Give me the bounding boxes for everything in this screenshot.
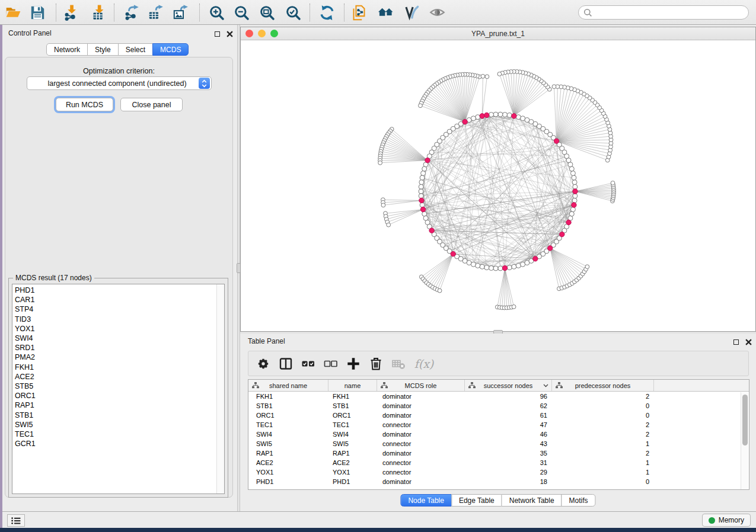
tab-node-table[interactable]: Node Table bbox=[400, 494, 452, 507]
dropdown-stepper-icon bbox=[199, 78, 210, 89]
zoom-out-icon[interactable] bbox=[231, 2, 251, 23]
select-all-icon[interactable] bbox=[301, 356, 316, 371]
cell-name: SWI5 bbox=[328, 439, 377, 448]
cell-predecessor-nodes: 1 bbox=[552, 467, 654, 477]
import-table-icon[interactable] bbox=[88, 2, 109, 23]
cell-shared-name: ACE2 bbox=[248, 458, 328, 467]
zoom-in-icon[interactable] bbox=[206, 2, 227, 23]
mcds-result-item[interactable]: PMA2 bbox=[15, 352, 224, 362]
table-row[interactable]: RAP1RAP1dominator352 bbox=[248, 448, 749, 458]
status-bar: Memory bbox=[2, 511, 756, 528]
mcds-result-item[interactable]: TEC1 bbox=[15, 430, 224, 439]
cell-shared-name: TEC1 bbox=[248, 420, 328, 430]
table-scrollbar[interactable] bbox=[741, 392, 748, 489]
table-row[interactable]: TEC1TEC1connector472 bbox=[248, 420, 749, 430]
mcds-result-item[interactable]: FKH1 bbox=[15, 363, 224, 372]
mcds-result-item[interactable]: YOX1 bbox=[15, 324, 224, 334]
table-row[interactable]: FKH1FKH1dominator962 bbox=[248, 392, 749, 401]
tab-edge-table[interactable]: Edge Table bbox=[451, 494, 502, 507]
mcds-result-item[interactable]: STB1 bbox=[15, 411, 224, 420]
close-panel-icon[interactable] bbox=[226, 30, 233, 37]
tab-mcds[interactable]: MCDS bbox=[152, 43, 189, 56]
toolbar-separator bbox=[199, 4, 200, 21]
criterion-dropdown[interactable]: largest connected component (undirected) bbox=[27, 76, 212, 90]
apply-layout-icon[interactable] bbox=[317, 2, 337, 23]
close-table-panel-icon[interactable] bbox=[745, 338, 752, 345]
float-glyph bbox=[733, 339, 739, 345]
float-panel-icon[interactable] bbox=[213, 30, 221, 37]
delete-column-icon[interactable] bbox=[368, 356, 384, 371]
mcds-result-item[interactable]: RAP1 bbox=[15, 400, 224, 410]
close-panel-button[interactable]: Close panel bbox=[120, 98, 183, 111]
float-table-panel-icon[interactable] bbox=[732, 338, 739, 345]
network-document-icon[interactable] bbox=[349, 2, 369, 23]
show-hide-icon[interactable] bbox=[427, 2, 447, 23]
mcds-result-item[interactable]: GCR1 bbox=[15, 439, 224, 448]
table-row[interactable]: ACE2ACE2connector311 bbox=[248, 458, 749, 467]
tab-style[interactable]: Style bbox=[87, 43, 119, 56]
first-neighbors-icon[interactable] bbox=[375, 2, 395, 23]
tab-network-table[interactable]: Network Table bbox=[502, 494, 562, 507]
column-header-successor-nodes[interactable]: successor nodes bbox=[465, 380, 552, 391]
search-input[interactable] bbox=[592, 7, 748, 18]
table-scrollbar-thumb[interactable] bbox=[742, 395, 748, 446]
column-header-predecessor-nodes[interactable]: predecessor nodes bbox=[552, 380, 654, 391]
cell-successor-nodes: 31 bbox=[465, 458, 552, 467]
memory-button[interactable]: Memory bbox=[702, 514, 751, 527]
table-row[interactable]: SWI5SWI5connector431 bbox=[248, 439, 749, 448]
zoom-fit-icon[interactable] bbox=[257, 2, 277, 23]
close-icon bbox=[227, 31, 233, 37]
search-box[interactable] bbox=[578, 5, 749, 20]
mcds-result-item[interactable]: TID3 bbox=[15, 315, 224, 324]
mcds-result-item[interactable]: STB5 bbox=[15, 382, 224, 391]
cell-MCDS-role: connector bbox=[377, 467, 465, 477]
save-session-icon[interactable] bbox=[27, 2, 47, 23]
gear-icon[interactable] bbox=[256, 356, 271, 371]
export-image-icon[interactable] bbox=[170, 2, 190, 23]
network-window-titlebar[interactable]: YPA_prune.txt_1 bbox=[241, 27, 755, 40]
task-history-button[interactable] bbox=[7, 514, 25, 527]
table-row[interactable]: STB1STB1dominator620 bbox=[248, 401, 749, 411]
mcds-list-scrollbar[interactable] bbox=[216, 284, 224, 493]
search-icon bbox=[583, 8, 592, 17]
network-canvas[interactable] bbox=[241, 40, 755, 331]
mcds-result-item[interactable]: STP4 bbox=[15, 305, 224, 314]
table-body: FKH1FKH1dominator962STB1STB1dominator620… bbox=[248, 392, 749, 486]
mcds-result-item[interactable]: ACE2 bbox=[15, 372, 224, 382]
mcds-result-item[interactable]: SWI5 bbox=[15, 420, 224, 430]
column-header-MCDS-role[interactable]: MCDS role bbox=[377, 380, 465, 391]
table-row[interactable]: SWI4SWI4dominator462 bbox=[248, 430, 749, 439]
tab-select[interactable]: Select bbox=[118, 43, 153, 56]
table-panel-title: Table Panel bbox=[248, 337, 285, 345]
import-network-icon[interactable] bbox=[61, 2, 81, 23]
add-column-icon[interactable] bbox=[346, 356, 361, 371]
zoom-selected-icon[interactable] bbox=[283, 2, 303, 23]
mcds-result-item[interactable]: ORC1 bbox=[15, 391, 224, 400]
unselect-all-icon[interactable] bbox=[323, 356, 339, 371]
export-network-icon[interactable] bbox=[122, 2, 142, 23]
run-mcds-button[interactable]: Run MCDS bbox=[56, 98, 113, 111]
mcds-result-item[interactable]: PHD1 bbox=[15, 286, 224, 295]
visual-style-icon[interactable] bbox=[401, 2, 422, 23]
tab-motifs[interactable]: Motifs bbox=[562, 494, 596, 507]
mcds-result-list[interactable]: PHD1CAR1STP4TID3YOX1SWI4SRD1PMA2FKH1ACE2… bbox=[12, 284, 225, 494]
mcds-result-item[interactable]: CAR1 bbox=[15, 295, 224, 305]
mcds-result-item[interactable]: SRD1 bbox=[15, 343, 224, 352]
column-header-name[interactable]: name bbox=[328, 380, 377, 391]
table-row[interactable]: ORC1ORC1dominator610 bbox=[248, 411, 749, 420]
table-hierarchy-icon bbox=[252, 382, 259, 389]
column-view-icon[interactable] bbox=[278, 356, 294, 371]
cell-predecessor-nodes: 0 bbox=[552, 411, 654, 420]
application-window: Control Panel NetworkStyleSelectMCDS Opt… bbox=[2, 25, 756, 528]
table-row[interactable]: PHD1PHD1dominator180 bbox=[248, 477, 749, 486]
cell-name: SWI4 bbox=[328, 430, 377, 439]
open-session-icon[interactable] bbox=[3, 2, 23, 23]
cell-predecessor-nodes: 2 bbox=[552, 430, 654, 439]
cell-name: ACE2 bbox=[328, 458, 377, 467]
mcds-result-item[interactable]: SWI4 bbox=[15, 334, 224, 343]
column-header-shared-name[interactable]: shared name bbox=[248, 380, 328, 391]
tab-network[interactable]: Network bbox=[46, 43, 88, 56]
table-row[interactable]: YOX1YOX1connector291 bbox=[248, 467, 749, 477]
export-table-icon[interactable] bbox=[145, 2, 165, 23]
cell-MCDS-role: dominator bbox=[377, 392, 465, 401]
